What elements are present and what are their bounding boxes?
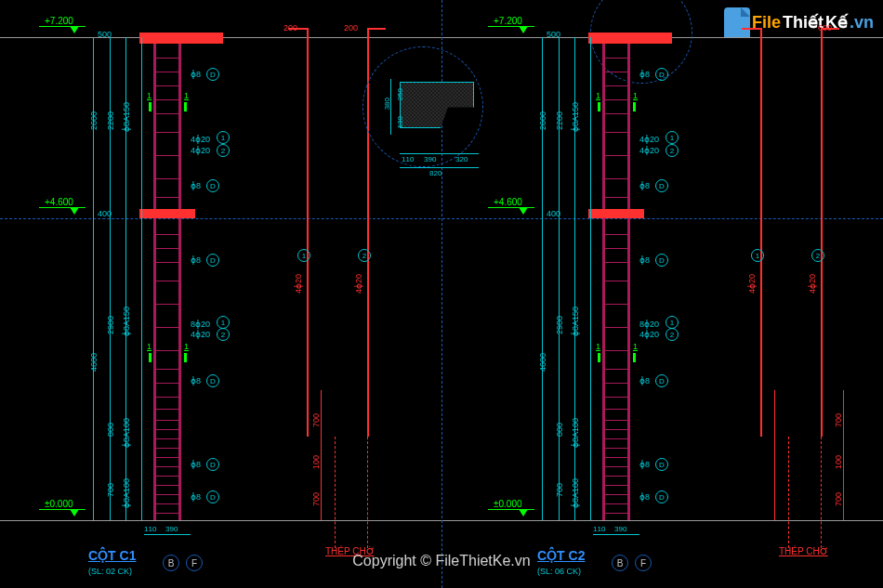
bubble-d: D bbox=[206, 179, 219, 192]
bubble-d: D bbox=[655, 458, 668, 471]
dim: 4600 bbox=[89, 353, 99, 372]
dim: 130 bbox=[396, 116, 404, 128]
rebar: ɸ8A150 bbox=[122, 102, 131, 132]
dim: 700 bbox=[555, 483, 564, 497]
dim-line bbox=[590, 37, 591, 520]
dim: 800 bbox=[106, 423, 115, 437]
rebar: ɸ8 bbox=[639, 255, 650, 265]
bubble-2: 2 bbox=[811, 249, 824, 262]
bubble-2: 2 bbox=[217, 328, 230, 341]
dim-line bbox=[110, 37, 111, 520]
dim: 2200 bbox=[555, 111, 564, 130]
title-thepcho: THÉP CHỜ bbox=[779, 546, 828, 556]
dim-line bbox=[593, 534, 639, 535]
dim: 2980 bbox=[555, 316, 564, 334]
bubble-d: D bbox=[655, 254, 668, 267]
rebar: ɸ8 bbox=[191, 181, 201, 190]
rebar: ɸ8 bbox=[639, 376, 650, 385]
rebar: 8ɸ20 bbox=[191, 320, 210, 329]
bubble-1: 1 bbox=[297, 249, 310, 262]
dim: 700 bbox=[311, 413, 321, 427]
elev-mark-icon bbox=[70, 26, 79, 33]
rebar: 4ɸ20 bbox=[191, 135, 210, 144]
dim-line bbox=[774, 390, 775, 520]
bubble-1: 1 bbox=[666, 316, 679, 329]
rebar-hook bbox=[742, 28, 760, 30]
rebar: ɸ8 bbox=[639, 460, 650, 469]
sect-label: 1 bbox=[184, 342, 189, 351]
section-tick bbox=[633, 102, 636, 111]
elev-top: +7.200 bbox=[45, 16, 73, 26]
bubble-1: 1 bbox=[666, 131, 679, 144]
dim: 600 bbox=[818, 23, 832, 33]
dim-line bbox=[559, 37, 560, 520]
column-c2 bbox=[602, 37, 630, 520]
dim: 700 bbox=[834, 413, 843, 427]
dim: 390 bbox=[614, 525, 626, 533]
rebar: 4ɸ20 bbox=[747, 274, 757, 294]
bubble-2: 2 bbox=[666, 144, 679, 157]
rebar: ɸ8 bbox=[639, 492, 650, 502]
dim-line bbox=[93, 37, 94, 520]
sect-label: 1 bbox=[184, 91, 189, 100]
cad-canvas: File Thiết Kế .vn +7.200 +4.600 ±0.000 bbox=[0, 0, 883, 588]
sect-label: 1 bbox=[596, 342, 600, 351]
elev-mid: +4.600 bbox=[494, 197, 522, 207]
dim: 250 bbox=[396, 88, 404, 100]
dim: 380 bbox=[383, 98, 391, 110]
section-tick bbox=[598, 102, 600, 111]
grid-b: B bbox=[163, 555, 179, 571]
dim: 100 bbox=[834, 455, 843, 469]
col-joint bbox=[588, 209, 644, 218]
bubble-2: 2 bbox=[666, 328, 679, 341]
logo: File Thiết Kế .vn bbox=[724, 7, 874, 37]
rebar: ɸ8 bbox=[191, 376, 201, 385]
grid-f: F bbox=[635, 555, 652, 571]
rebar: ɸ8 bbox=[639, 70, 650, 79]
section-tick bbox=[149, 102, 152, 111]
dim: 110 bbox=[144, 525, 156, 533]
rebar: 4ɸ20 bbox=[294, 274, 303, 294]
col-joint bbox=[139, 209, 195, 218]
dash-line bbox=[367, 437, 368, 548]
bubble-d: D bbox=[206, 68, 219, 81]
dim: 800 bbox=[555, 423, 564, 437]
sect-label: 1 bbox=[596, 91, 600, 100]
section-tick bbox=[149, 353, 152, 362]
rebar: ɸ8A100 bbox=[571, 478, 580, 508]
rebar: 4ɸ20 bbox=[354, 274, 363, 294]
dim: 2200 bbox=[106, 111, 115, 130]
elev-bot: ±0.000 bbox=[494, 499, 522, 509]
dim: 200 bbox=[344, 23, 358, 33]
title-c1: CỘT C1 bbox=[88, 548, 136, 563]
rebar: ɸ8 bbox=[191, 70, 201, 79]
rebar: 4ɸ20 bbox=[639, 330, 659, 339]
column-c1 bbox=[153, 37, 181, 520]
section-tick bbox=[633, 353, 636, 362]
rebar: 4ɸ20 bbox=[639, 146, 659, 155]
dim: 400 bbox=[547, 209, 560, 218]
bubble-d: D bbox=[655, 374, 668, 387]
rebar: ɸ8 bbox=[191, 460, 201, 469]
dim-line bbox=[141, 37, 142, 520]
col-cap bbox=[588, 33, 672, 44]
rebar: 8ɸ20 bbox=[639, 320, 659, 329]
col-cap bbox=[139, 33, 223, 44]
rebar: 4ɸ20 bbox=[191, 146, 210, 155]
dim: 2980 bbox=[106, 316, 115, 334]
bubble-1: 1 bbox=[217, 316, 230, 329]
rebar: ɸ8 bbox=[191, 492, 201, 502]
dim: 500 bbox=[98, 30, 112, 39]
elev-mark-icon bbox=[70, 509, 79, 516]
sect-label: 1 bbox=[633, 342, 638, 351]
bubble-2: 2 bbox=[217, 144, 230, 157]
dim-line bbox=[144, 534, 191, 535]
dim: 110 bbox=[593, 525, 605, 533]
elev-mid: +4.600 bbox=[45, 197, 73, 207]
rebar: ɸ8A100 bbox=[571, 418, 580, 448]
elev-bot: ±0.000 bbox=[45, 499, 73, 509]
sect-label: 1 bbox=[147, 91, 152, 100]
rebar: ɸ8A150 bbox=[122, 307, 131, 336]
rebar-1 bbox=[760, 28, 762, 437]
bubble-1: 1 bbox=[217, 131, 230, 144]
